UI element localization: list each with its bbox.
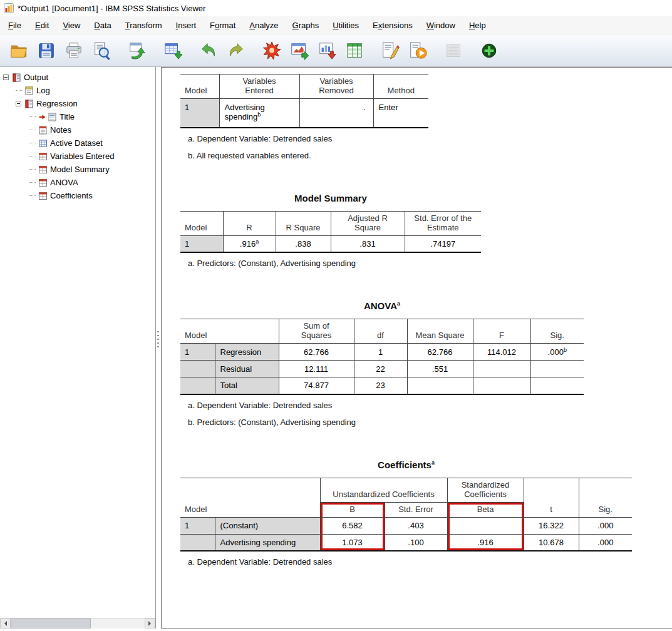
column-header: R [223, 211, 276, 235]
redo-button[interactable] [223, 38, 249, 64]
variables-entered-table: ModelVariables EnteredVariables RemovedM… [180, 74, 428, 128]
print-preview-button[interactable] [88, 38, 115, 64]
outline-item-anova[interactable]: ANOVA [0, 176, 155, 189]
outline-item-regression[interactable]: Regression [0, 97, 155, 110]
menu-item-graphs[interactable]: Graphs [286, 17, 326, 34]
outline-item-output[interactable]: Output [0, 71, 155, 84]
menu-item-format[interactable]: Format [203, 17, 242, 34]
splitter-grip [157, 331, 159, 349]
scroll-left-button[interactable] [0, 618, 11, 628]
outline-item-label: Variables Entered [50, 151, 114, 161]
model-summary-title: Model Summary [180, 193, 481, 203]
table-row: 1Regression62.766162.766114.012.000b [180, 344, 584, 361]
coefficients-title: Coefficientsa [180, 459, 632, 470]
print-button[interactable] [61, 38, 87, 64]
menu-item-transform[interactable]: Transform [118, 17, 169, 34]
cell [447, 517, 524, 534]
table-row: Advertising spending1.073.100.91610.678.… [180, 534, 632, 551]
menu-item-window[interactable]: Window [420, 17, 462, 34]
scroll-right-button[interactable] [145, 618, 155, 628]
goto-case-button[interactable] [259, 38, 285, 64]
outline-item-label: Regression [36, 99, 78, 108]
table-footnotes: a. Dependent Variable: Detrended sales [188, 557, 632, 567]
column-header: F [473, 319, 530, 344]
outline-item-coefficients[interactable]: Coefficients [0, 189, 155, 202]
outline-item-active-dataset[interactable]: Active Dataset [0, 136, 155, 150]
outline-item-title[interactable]: Title [0, 110, 155, 123]
tree-connector [29, 130, 36, 130]
table-icon [38, 152, 48, 161]
cell: .551 [407, 361, 473, 377]
open-output-button[interactable] [6, 38, 32, 64]
export-output-button[interactable] [314, 38, 340, 64]
column-header: Model [180, 478, 320, 517]
scrollbar-thumb[interactable] [11, 618, 91, 628]
left-arrow-icon [2, 621, 7, 626]
tree-connector [29, 156, 36, 156]
outline-item-model-summary[interactable]: Model Summary [0, 163, 155, 176]
edit-outline-icon [381, 41, 400, 60]
outline-horizontal-scrollbar[interactable] [0, 618, 155, 628]
menu-bar: FileEditViewDataTransformInsertFormatAna… [0, 16, 672, 34]
cell: 16.322 [524, 517, 579, 534]
pivot-table-button[interactable] [341, 38, 368, 64]
column-header: Method [373, 74, 428, 99]
expander-minus-icon[interactable] [16, 101, 21, 106]
edit-outline-button[interactable] [377, 38, 403, 64]
cell: .916 [447, 534, 524, 551]
select-last-output-button [440, 38, 467, 64]
column-header: Std. Error [385, 502, 447, 517]
cell [180, 534, 215, 551]
cell: .000b [530, 344, 584, 361]
outline-item-log[interactable]: Log [0, 84, 155, 97]
menu-item-utilities[interactable]: Utilities [326, 17, 366, 34]
right-arrow-icon [148, 621, 153, 626]
book-icon [24, 100, 34, 108]
menu-item-edit[interactable]: Edit [28, 17, 56, 34]
insert-chart-button[interactable] [286, 38, 313, 64]
save-button[interactable] [33, 38, 59, 64]
cell: (Constant) [215, 517, 320, 534]
column-header: Sig. [579, 478, 632, 517]
menu-item-file[interactable]: File [1, 17, 28, 34]
menu-item-extensions[interactable]: Extensions [366, 17, 420, 34]
cell: 62.766 [279, 344, 354, 361]
cell: .000 [579, 517, 632, 534]
cell [530, 377, 584, 394]
undo-button[interactable] [195, 38, 222, 64]
anova-section: ANOVAa ModelSum of SquaresdfMean SquareF… [180, 300, 584, 427]
outline-item-label: Title [59, 112, 75, 121]
column-header: Standardized Coefficients [447, 478, 524, 502]
title-bar: *Output1 [Document1] - IBM SPSS Statisti… [0, 0, 672, 16]
menu-item-analyze[interactable]: Analyze [242, 17, 285, 34]
tree-connector [29, 169, 36, 170]
column-header: Model [180, 319, 279, 344]
run-script-button[interactable] [405, 38, 431, 64]
expander-minus-icon[interactable] [3, 74, 9, 80]
menu-item-help[interactable]: Help [462, 17, 493, 34]
menu-item-view[interactable]: View [56, 17, 87, 34]
scrollbar-track[interactable] [11, 618, 145, 628]
column-header: Sig. [530, 319, 584, 344]
coefficients-table: ModelUnstandardized CoefficientsStandard… [180, 478, 632, 552]
outline-item-label: Active Dataset [50, 138, 103, 148]
goto-data-button[interactable] [160, 38, 186, 64]
cell: 1 [180, 517, 215, 534]
outline-item-variables-entered[interactable]: Variables Entered [0, 150, 155, 163]
cell [473, 377, 530, 394]
outline-item-label: ANOVA [50, 178, 78, 187]
outline-pane: OutputLogRegressionTitleNotesActive Data… [0, 67, 156, 628]
menu-item-insert[interactable]: Insert [169, 17, 204, 34]
recall-dialogs-button[interactable] [124, 38, 150, 64]
outline-item-notes[interactable]: Notes [0, 123, 155, 136]
print-icon [65, 41, 83, 60]
cell: Advertising spendingb [219, 99, 299, 128]
tree-connector [16, 90, 22, 91]
menu-item-data[interactable]: Data [87, 17, 118, 34]
designate-window-button[interactable] [476, 38, 502, 64]
tree-connector [29, 116, 36, 117]
cell [473, 361, 530, 377]
pane-splitter[interactable] [156, 67, 161, 628]
open-output-icon [9, 41, 28, 60]
cell: .74197 [405, 235, 481, 252]
